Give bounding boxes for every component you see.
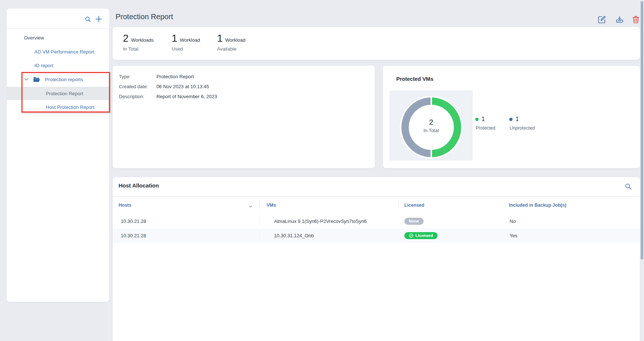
chevron-down-icon[interactable] bbox=[24, 77, 29, 82]
detail-label: Created date: bbox=[119, 84, 155, 89]
table-row[interactable]: 10.30.21.28 10.30.31.124_Onb Licensed Ye… bbox=[113, 228, 640, 243]
detail-label: Description: bbox=[119, 94, 155, 99]
host-allocation-card: Host Allocation Hosts VMs Licensed Inclu… bbox=[113, 177, 640, 341]
folder-open-icon bbox=[32, 76, 40, 83]
detail-row-created-date: Created date: 06 Nov 2023 at 10:13:45 bbox=[119, 84, 209, 89]
sidebar-item-protection-report-selected[interactable]: Protection Report bbox=[7, 87, 109, 100]
cell-included-in-backup: Yes bbox=[510, 228, 517, 243]
sidebar-toolbar bbox=[7, 8, 109, 29]
add-report-icon[interactable] bbox=[95, 15, 103, 23]
sidebar-item-label: IO report bbox=[34, 63, 53, 68]
stat-available-workloads: 1 Workload Available bbox=[217, 33, 246, 52]
sort-chevron-icon[interactable] bbox=[249, 203, 253, 207]
host-allocation-title: Host Allocation bbox=[119, 182, 159, 189]
stat-unit: Workload bbox=[225, 37, 246, 43]
reports-sidebar: Overview AD VM Performance Report IO rep… bbox=[7, 8, 109, 302]
column-divider bbox=[260, 202, 260, 209]
column-header-licensed[interactable]: Licensed bbox=[404, 196, 424, 214]
workload-stats-card: 2 Workloads In Total 1 Workload Used 1 W… bbox=[113, 27, 640, 60]
page-title: Protection Report bbox=[116, 13, 173, 21]
download-report-icon[interactable] bbox=[615, 15, 624, 24]
edit-report-icon[interactable] bbox=[597, 15, 606, 24]
sidebar-item-label: Host Protection Report bbox=[46, 104, 95, 110]
sidebar-item-label: Overview bbox=[24, 35, 44, 41]
legend-unprotected: 1 Unprotected bbox=[509, 116, 535, 131]
detail-value: Report of November 6, 2023 bbox=[157, 94, 217, 99]
stat-caption: Available bbox=[217, 46, 246, 52]
sidebar-item-ad-vm-performance-report[interactable]: AD VM Performance Report bbox=[7, 45, 109, 58]
badge-label: Licensed bbox=[415, 233, 433, 238]
protected-vms-chart-panel: 2 In Total bbox=[390, 90, 473, 161]
report-details-card: Type: Protection Report Created date: 06… bbox=[113, 66, 375, 168]
detail-label: Type: bbox=[119, 74, 155, 79]
legend-label: Protected bbox=[475, 125, 496, 131]
sidebar-folder-protection-reports[interactable]: Protection reports bbox=[7, 73, 109, 86]
stat-unit: Workload bbox=[180, 37, 200, 43]
delete-report-icon[interactable] bbox=[631, 15, 640, 24]
table-header-row: Hosts VMs Licensed Included in Backup Jo… bbox=[113, 196, 640, 214]
detail-value: Protection Report bbox=[157, 74, 194, 79]
license-badge-none: None bbox=[404, 218, 424, 225]
protected-vms-title: Protected VMs bbox=[396, 76, 434, 82]
detail-value: 06 Nov 2023 at 10:13:45 bbox=[157, 84, 209, 89]
column-header-hosts[interactable]: Hosts bbox=[119, 196, 131, 214]
sidebar-item-label: AD VM Performance Report bbox=[34, 49, 94, 55]
table-row[interactable]: 10.30.21.28 AlmaLinux 9.1(Syn6)-P2Vrecov… bbox=[113, 214, 640, 228]
badge-label: None bbox=[409, 219, 419, 224]
detail-row-description: Description: Report of November 6, 2023 bbox=[119, 94, 217, 99]
legend-value: 1 bbox=[482, 116, 485, 123]
check-circle-icon bbox=[409, 233, 414, 238]
stat-used-workloads: 1 Workload Used bbox=[172, 33, 200, 52]
stat-value: 1 bbox=[217, 33, 223, 44]
legend-value: 1 bbox=[515, 116, 519, 123]
sidebar-item-io-report[interactable]: IO report bbox=[7, 59, 109, 72]
vertical-scrollbar[interactable] bbox=[641, 1, 643, 259]
detail-row-type: Type: Protection Report bbox=[119, 74, 194, 79]
cell-included-in-backup: No bbox=[510, 214, 516, 228]
stat-total-workloads: 2 Workloads In Total bbox=[123, 33, 154, 52]
table-search-icon[interactable] bbox=[624, 183, 632, 190]
sidebar-item-host-protection-report[interactable]: Host Protection Report bbox=[7, 100, 109, 114]
stat-value: 2 bbox=[123, 33, 129, 44]
stat-caption: In Total bbox=[123, 46, 154, 52]
cell-vm: AlmaLinux 9.1(Syn6)-P2VrecovSyn7toSyn6 bbox=[274, 214, 367, 228]
column-header-vms[interactable]: VMs bbox=[267, 196, 276, 214]
legend-protected: 1 Protected bbox=[475, 116, 496, 131]
protected-vms-card: Protected VMs 2 In Total 1 Protected 1 bbox=[383, 66, 640, 168]
legend-dot-protected bbox=[475, 118, 479, 121]
column-divider bbox=[398, 202, 398, 209]
sidebar-folder-label: Protection reports bbox=[45, 77, 83, 82]
row-divider bbox=[260, 231, 260, 240]
sidebar-item-label: Protection Report bbox=[46, 91, 83, 96]
license-badge-licensed: Licensed bbox=[404, 232, 438, 239]
row-divider bbox=[260, 217, 260, 225]
column-header-included[interactable]: Included in Backup Job(s) bbox=[509, 196, 566, 214]
stat-value: 1 bbox=[172, 33, 177, 44]
search-icon[interactable] bbox=[85, 16, 91, 23]
cell-host: 10.30.21.28 bbox=[121, 214, 146, 228]
legend-dot-unprotected bbox=[509, 118, 513, 121]
legend-label: Unprotected bbox=[509, 125, 535, 131]
sidebar-item-overview[interactable]: Overview bbox=[7, 31, 109, 44]
cell-vm: 10.30.31.124_Onb bbox=[274, 228, 314, 243]
cell-host: 10.30.21.28 bbox=[121, 228, 146, 243]
donut-chart bbox=[398, 94, 465, 161]
stat-caption: Used bbox=[172, 46, 200, 52]
stat-unit: Workloads bbox=[131, 37, 154, 43]
